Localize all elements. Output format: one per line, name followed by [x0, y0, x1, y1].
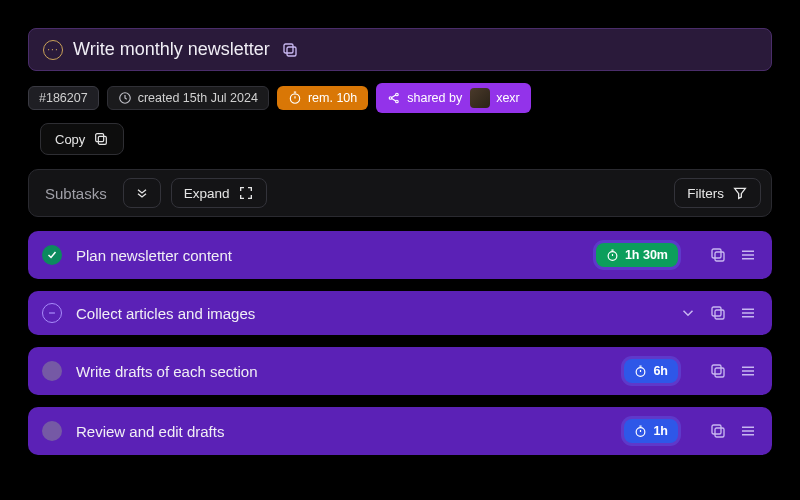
subtask-actions [708, 421, 758, 441]
remaining-label: rem. 10h [308, 91, 357, 105]
copy-icon[interactable] [708, 245, 728, 265]
svg-point-5 [396, 93, 399, 96]
copy-button-label: Copy [55, 132, 85, 147]
minus-icon[interactable] [42, 303, 62, 323]
subtask-title: Review and edit drafts [76, 423, 224, 440]
menu-icon[interactable] [738, 361, 758, 381]
clock-icon [118, 91, 132, 105]
menu-icon[interactable] [738, 303, 758, 323]
task-id-chip: #186207 [28, 86, 99, 110]
svg-rect-1 [284, 44, 293, 53]
svg-rect-8 [96, 134, 104, 142]
subtask-actions [708, 361, 758, 381]
avatar [470, 88, 490, 108]
check-icon[interactable] [42, 245, 62, 265]
double-chevron-down-icon [134, 185, 150, 201]
subtask-title: Collect articles and images [76, 305, 255, 322]
svg-rect-0 [287, 47, 296, 56]
time-badge: 1h [624, 419, 678, 443]
subtask-row[interactable]: Plan newsletter content1h 30m [28, 231, 772, 279]
menu-icon[interactable] [738, 245, 758, 265]
svg-point-14 [637, 367, 646, 376]
task-id: #186207 [39, 91, 88, 105]
subtasks-list: Plan newsletter content1h 30mCollect art… [28, 231, 772, 455]
created-label: created 15th Jul 2024 [138, 91, 258, 105]
remaining-chip: rem. 10h [277, 86, 368, 110]
svg-rect-16 [712, 365, 721, 374]
filters-button[interactable]: Filters [674, 178, 761, 208]
time-badge: 6h [624, 359, 678, 383]
expand-button[interactable]: Expand [171, 178, 267, 208]
task-title: Write monthly newsletter [73, 39, 270, 60]
task-header: ··· Write monthly newsletter [28, 28, 772, 71]
svg-rect-12 [715, 310, 724, 319]
subtask-title: Plan newsletter content [76, 247, 232, 264]
svg-rect-7 [99, 136, 107, 144]
subtask-row[interactable]: Review and edit drafts1h [28, 407, 772, 455]
chevron-down-icon[interactable] [678, 303, 698, 323]
collapse-toggle[interactable] [123, 178, 161, 208]
copy-icon[interactable] [708, 421, 728, 441]
subtask-actions [708, 245, 758, 265]
status-circle[interactable] [42, 361, 62, 381]
stopwatch-icon [288, 91, 302, 105]
copy-button[interactable]: Copy [40, 123, 124, 155]
filter-icon [732, 185, 748, 201]
svg-rect-10 [715, 252, 724, 261]
share-icon [387, 91, 401, 105]
time-badge: 1h 30m [596, 243, 678, 267]
filters-label: Filters [687, 186, 724, 201]
time-value: 1h 30m [625, 248, 668, 262]
subtask-actions [678, 303, 758, 323]
svg-rect-18 [715, 428, 724, 437]
shared-label: shared by [407, 91, 462, 105]
copy-icon[interactable] [708, 303, 728, 323]
ellipsis-icon[interactable]: ··· [43, 40, 63, 60]
shared-chip[interactable]: shared by xexr [376, 83, 531, 113]
created-chip: created 15th Jul 2024 [107, 86, 269, 110]
menu-icon[interactable] [738, 421, 758, 441]
svg-point-4 [389, 97, 392, 100]
svg-rect-13 [712, 307, 721, 316]
subtask-row[interactable]: Write drafts of each section6h [28, 347, 772, 395]
subtasks-heading: Subtasks [39, 181, 113, 206]
expand-icon [238, 185, 254, 201]
stopwatch-icon [606, 249, 619, 262]
time-value: 6h [653, 364, 668, 378]
svg-point-6 [396, 100, 399, 103]
subtasks-toolbar: Subtasks Expand Filters [28, 169, 772, 217]
copy-title-icon[interactable] [280, 40, 300, 60]
svg-rect-11 [712, 249, 721, 258]
subtask-row[interactable]: Collect articles and images [28, 291, 772, 335]
shared-user: xexr [496, 91, 526, 105]
svg-rect-19 [712, 425, 721, 434]
stopwatch-icon [634, 365, 647, 378]
subtask-title: Write drafts of each section [76, 363, 257, 380]
status-circle[interactable] [42, 421, 62, 441]
stopwatch-icon [634, 425, 647, 438]
meta-chips: #186207 created 15th Jul 2024 rem. 10h s… [28, 83, 772, 113]
copy-icon[interactable] [708, 361, 728, 381]
svg-rect-15 [715, 368, 724, 377]
copy-icon [93, 131, 109, 147]
svg-point-17 [637, 427, 646, 436]
expand-label: Expand [184, 186, 230, 201]
time-value: 1h [653, 424, 668, 438]
